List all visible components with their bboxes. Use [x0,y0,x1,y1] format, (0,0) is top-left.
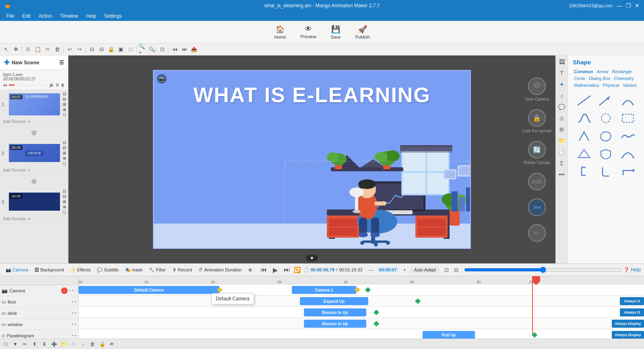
camera-dot-1[interactable]: • [69,288,71,293]
select-tool[interactable]: ↖ [2,45,10,54]
help-button[interactable]: ❓ Help [623,267,641,273]
lc-move-up-btn[interactable]: ↑ [69,340,77,348]
view-camera-ctrl[interactable]: View Camera [525,77,549,101]
audio-settings-icon[interactable]: ⚙ [56,83,59,87]
lc-delete-btn[interactable]: 🗑 [89,340,97,348]
shape-tab-physical[interactable]: Physical [601,82,620,88]
undo-tool[interactable]: ↩ [65,45,74,54]
desk-dot-1[interactable]: • [72,311,74,315]
fit-tool[interactable]: ⊡ [158,45,167,54]
shape-bracket-l[interactable] [574,164,594,179]
window-dot-2[interactable]: • [75,322,76,326]
prev-frame-tool[interactable]: ⏮ [170,45,179,54]
tab-background[interactable]: 🖼 Background [32,267,66,273]
scene-2-ctrl-5[interactable]: ⬡ [63,161,66,166]
edit-ctrl[interactable]: ✏ [528,224,546,242]
shape-arc-open[interactable] [618,93,638,108]
clip-default-camera[interactable]: Default Camera [78,286,219,294]
shape-wave[interactable] [618,128,638,144]
home-button[interactable]: 🏠 Home [271,23,289,41]
expand-canvas-button[interactable]: ▼ [306,255,318,261]
next-frame-tool[interactable]: ⏭ [180,45,189,54]
rpanel-folder-icon[interactable]: 📁 [557,136,567,146]
scene-2-ctrl-1[interactable]: ⊡ [63,140,66,145]
delete-tool[interactable]: 🗑 [53,45,62,54]
tl-track-camera[interactable]: Default Camera Camera 1 Default Camera [78,284,644,296]
scene-1-ctrl-4[interactable]: ⊗ [63,107,66,112]
scene-3-thumb[interactable]: 00:05 [9,193,60,211]
camera-arrow[interactable]: › [75,288,76,293]
desk-dot-2[interactable]: • [75,311,76,315]
diamond-window-1[interactable] [374,321,379,326]
zoom-in-tool[interactable]: 🔍+ [138,45,147,54]
clip-expand-up[interactable]: Expand Up [300,297,368,305]
rpanel-music-icon[interactable]: ♪ [557,91,567,101]
close-button[interactable]: ✕ [634,2,641,9]
shape-curve-s[interactable] [574,111,594,126]
timeline-playhead[interactable] [532,276,533,335]
tl-track-floor[interactable]: Expand Up Always D [78,296,644,307]
tab-effects[interactable]: ✨ Effects [68,267,93,273]
scene-3-ctrl-1[interactable]: ⊡ [63,189,66,193]
add-scene-after-1[interactable]: ⊕ [0,127,68,139]
scene-1-ctrl-5[interactable]: ⬡ [63,113,66,117]
rpanel-clock-icon[interactable]: 🕐 [557,147,567,157]
tl-track-window[interactable]: Bounce In Up Always Display [78,318,644,329]
audio-progress-bar[interactable] [9,84,47,86]
lock-canvas-ctrl[interactable]: 🔒 Lock the canvas [522,109,551,133]
play-button[interactable]: ▶ [270,264,281,275]
play-to-start-btn[interactable]: ⏮ [259,265,268,274]
shape-hook[interactable] [596,164,615,179]
shape-curved-line[interactable] [618,146,638,161]
shape-angle[interactable] [574,128,594,144]
shape-tab-variant[interactable]: Variant [621,82,638,88]
shape-line-diagonal[interactable] [574,93,594,108]
shape-bent-line[interactable] [618,164,638,179]
scene-1-ctrl-3[interactable]: ⊞ [63,102,66,107]
tab-subtitle[interactable]: 💬 Subtitle [95,267,121,273]
tl-track-parallelogram[interactable]: Pull Up Always Display [78,329,644,339]
rpanel-sum-icon[interactable]: Σ [557,158,567,168]
shape-tab-mathematics[interactable]: Mathematics [573,82,600,88]
ungroup-tool[interactable]: □ [126,45,135,54]
rpanel-text-icon[interactable]: T [557,68,567,78]
publish-button[interactable]: 🚀 Publish [352,23,373,41]
rpanel-alert-icon[interactable]: ⚠ [557,113,567,123]
scene-3-ctrl-3[interactable]: ⊞ [63,199,66,204]
lc-select-btn[interactable]: ⬡ [2,340,10,348]
audio-prev-icon[interactable]: ⏮ [3,83,7,87]
play-to-end-btn[interactable]: ⏭ [283,265,291,274]
scene-3-ctrl-2[interactable]: ⊟ [63,194,66,199]
menu-file[interactable]: File [3,12,17,20]
ratio2-ctrl[interactable]: 16:9 [528,198,546,216]
rpanel-image-icon[interactable]: 🖼 [557,57,567,67]
menu-settings[interactable]: Settings [101,12,125,20]
tab-record[interactable]: 🎙 Record [170,267,194,273]
floor-dot-1[interactable]: • [72,300,74,304]
scene-2-ctrl-4[interactable]: ⊗ [63,156,66,160]
lc-filter-btn[interactable]: ▼ [11,340,19,348]
rpanel-shape-icon[interactable]: ✦ [557,80,567,89]
shape-line-arrow[interactable] [596,93,615,108]
shape-tab-arrow[interactable]: Arrow [596,69,610,74]
shape-rect-dashed[interactable] [618,111,638,126]
scene-2-ctrl-3[interactable]: ⊞ [63,151,66,155]
move-tool[interactable]: ✥ [11,45,20,54]
shape-circle-dashed[interactable] [596,111,615,126]
rotate-canvas-ctrl[interactable]: 🔄 Rotate Canvas [524,141,550,164]
shape-blob[interactable] [596,128,615,144]
scene-2-remark[interactable]: Add Remark ✏ [2,167,66,173]
diamond-camera-3[interactable] [365,287,371,293]
menu-help[interactable]: Help [83,12,99,20]
scenes-menu-icon[interactable]: ☰ [59,60,64,66]
align-center-tool[interactable]: ⊟ [97,45,106,54]
menu-timeline[interactable]: Timeline [57,12,81,20]
window-dot-1[interactable]: • [72,322,74,326]
auto-adapt-label[interactable]: Auto Adapt [411,267,439,273]
floor-dot-2[interactable]: • [75,300,76,304]
shape-shield[interactable] [596,146,615,161]
new-scene-button[interactable]: ✚ New Scene ☰ [0,55,68,70]
export-tool[interactable]: 📤 [190,45,198,54]
add-scene-after-2[interactable]: ⊕ [0,175,68,187]
lc-folder-btn[interactable]: 📁 [60,340,68,348]
